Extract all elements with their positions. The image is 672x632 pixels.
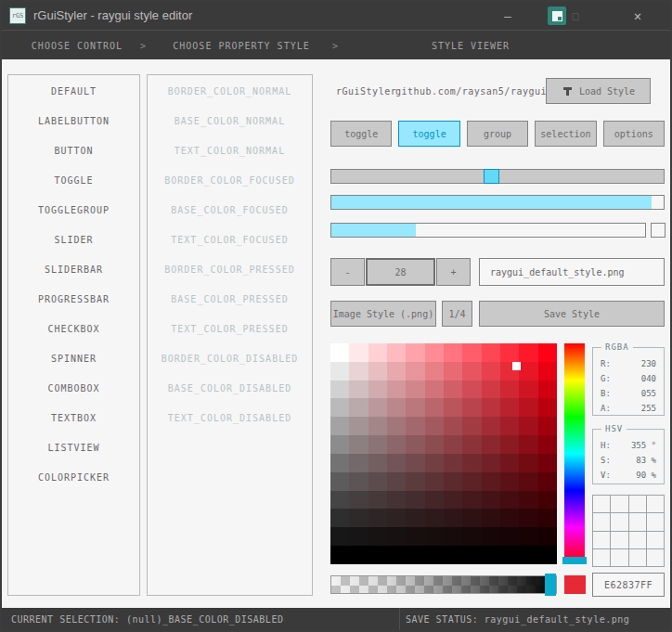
toggle-button[interactable]: toggle (330, 121, 392, 147)
toolbar-section-choose-control: CHOOSE CONTROL (2, 41, 152, 51)
controls-listview[interactable]: DEFAULTLABELBUTTONBUTTONTOGGLETOGGLEGROU… (7, 74, 140, 596)
control-list-item[interactable]: PROGRESSBAR (8, 285, 139, 315)
control-list-item[interactable]: DEFAULT (8, 77, 139, 107)
toolbar: CHOOSE CONTROL > CHOOSE PROPERTY STYLE >… (2, 30, 670, 59)
selected-color-swatch (564, 575, 586, 594)
app-name-label: rGuiStyler (336, 86, 396, 97)
control-list-item[interactable]: SLIDERBAR (8, 255, 139, 285)
control-list-item[interactable]: SPINNER (8, 344, 139, 374)
progressbar (330, 223, 646, 238)
property-list-item: BORDER_COLOR_PRESSED (148, 255, 312, 285)
toggle-button[interactable]: options (603, 121, 665, 147)
hsv-group-label: HSV (601, 424, 627, 433)
control-list-item[interactable]: CHECKBOX (8, 315, 139, 344)
color-sample-cell[interactable] (647, 532, 664, 548)
load-style-label: Load Style (579, 86, 635, 97)
property-list-item: TEXT_COLOR_DISABLED (148, 404, 312, 433)
close-button[interactable]: ✕ (622, 2, 653, 30)
color-sample-cell[interactable] (629, 532, 646, 548)
load-style-icon (562, 85, 574, 97)
image-style-button[interactable]: Image Style (.png) (330, 301, 436, 327)
alpha-bar-handle[interactable] (545, 574, 556, 596)
property-list-item: TEXT_COLOR_FOCUSED (148, 226, 312, 255)
maximize-button[interactable]: □ (562, 2, 588, 30)
control-list-item[interactable]: SLIDER (8, 226, 139, 255)
spinner-minus-button[interactable]: - (330, 258, 365, 286)
alpha-bar[interactable] (330, 575, 557, 594)
sliderbar-fill (331, 196, 652, 209)
checkbox[interactable] (651, 223, 666, 238)
toggle-button[interactable]: group (467, 121, 528, 147)
app-icon: rGS (9, 7, 26, 24)
color-sample-cell[interactable] (611, 532, 627, 548)
minimize-icon: — (504, 9, 511, 23)
color-panel-cursor[interactable] (512, 362, 521, 370)
progressbar-fill (331, 224, 416, 237)
toolbar-section-choose-property-style: CHOOSE PROPERTY STYLE (154, 41, 329, 51)
color-sample-cell[interactable] (593, 532, 610, 548)
color-sample-cell[interactable] (629, 549, 646, 566)
color-sample-cell[interactable] (647, 513, 664, 530)
spinner-plus-button[interactable]: + (436, 258, 471, 286)
ratio-button[interactable]: 1/4 (442, 301, 472, 327)
color-sample-cell[interactable] (647, 496, 664, 512)
color-sample-cell[interactable] (593, 549, 610, 566)
hsv-row: S:83 % (593, 453, 664, 468)
properties-listview: BORDER_COLOR_NORMALBASE_COLOR_NORMALTEXT… (147, 74, 313, 596)
load-style-button[interactable]: Load Style (546, 78, 651, 104)
rgba-row: R:230 (593, 356, 664, 371)
color-sample-cell[interactable] (611, 513, 627, 530)
hsv-group: HSV H:355 °S:83 %V:90 % (592, 429, 665, 484)
chevron-right-icon: > (140, 41, 147, 51)
color-sample-cell[interactable] (593, 496, 610, 512)
sliderbar[interactable] (330, 195, 665, 210)
property-list-item: BASE_COLOR_DISABLED (148, 374, 312, 404)
color-sample-cell[interactable] (629, 513, 646, 530)
rgba-row: A:255 (593, 401, 664, 416)
toggle-button[interactable]: selection (535, 121, 596, 147)
rgba-group: RGBA R:230G:040B:055A:255 (592, 347, 665, 416)
rgba-row: G:040 (593, 371, 664, 386)
hsv-row: V:90 % (593, 468, 664, 483)
hue-bar[interactable] (564, 343, 585, 564)
property-list-item: BORDER_COLOR_FOCUSED (148, 166, 312, 196)
spinner-value[interactable]: 28 (366, 258, 435, 286)
statusbar-divider (399, 608, 400, 630)
control-list-item[interactable]: BUTTON (8, 136, 139, 166)
color-sample-cell[interactable] (611, 496, 627, 512)
control-list-item[interactable]: TOGGLEGROUP (8, 196, 139, 226)
status-current-selection: CURRENT SELECTION: (null)_BASE_COLOR_DIS… (11, 614, 283, 625)
color-sample-cell[interactable] (647, 549, 664, 566)
main-content: DEFAULTLABELBUTTONBUTTONTOGGLETOGGLEGROU… (2, 59, 670, 608)
control-list-item[interactable]: LISTVIEW (8, 433, 139, 463)
titlebar: rGS rGuiStyler - raygui style editor — □… (2, 2, 670, 30)
filename-textbox[interactable]: raygui_default_style.png (479, 258, 665, 286)
color-sample-cell[interactable] (593, 513, 610, 530)
control-list-item[interactable]: COLORPICKER (8, 463, 139, 493)
hex-value-box[interactable]: E62837FF (592, 573, 665, 597)
save-style-button[interactable]: Save Style (479, 301, 665, 327)
app-window: rGS rGuiStyler - raygui style editor — □… (0, 0, 672, 632)
toggle-group: toggletogglegroupselectionoptions (330, 121, 665, 147)
property-list-item: BASE_COLOR_PRESSED (148, 285, 312, 315)
close-icon: ✕ (634, 8, 641, 23)
color-samples-grid (592, 495, 665, 567)
property-list-item: BASE_COLOR_FOCUSED (148, 196, 312, 226)
control-list-item[interactable]: LABELBUTTON (8, 107, 139, 136)
slider[interactable] (330, 169, 665, 184)
control-list-item[interactable]: TEXTBOX (8, 404, 139, 433)
color-panel[interactable] (330, 343, 557, 564)
slider-handle[interactable] (484, 169, 499, 184)
control-list-item[interactable]: TOGGLE (8, 166, 139, 196)
control-list-item[interactable]: COMBOBOX (8, 374, 139, 404)
minimize-button[interactable]: — (492, 2, 523, 30)
color-sample-cell[interactable] (629, 496, 646, 512)
hsv-row: H:355 ° (593, 438, 664, 453)
color-sample-cell[interactable] (611, 549, 627, 566)
status-save-status: SAVE STATUS: raygui_default_style.png (406, 614, 629, 625)
repo-label: github.com/raysan5/raygui (395, 86, 547, 97)
rgba-group-label: RGBA (601, 342, 633, 352)
hue-bar-handle[interactable] (562, 557, 587, 564)
toolbar-section-style-viewer: STYLE VIEWER (347, 41, 594, 51)
toggle-button[interactable]: toggle (398, 121, 459, 147)
